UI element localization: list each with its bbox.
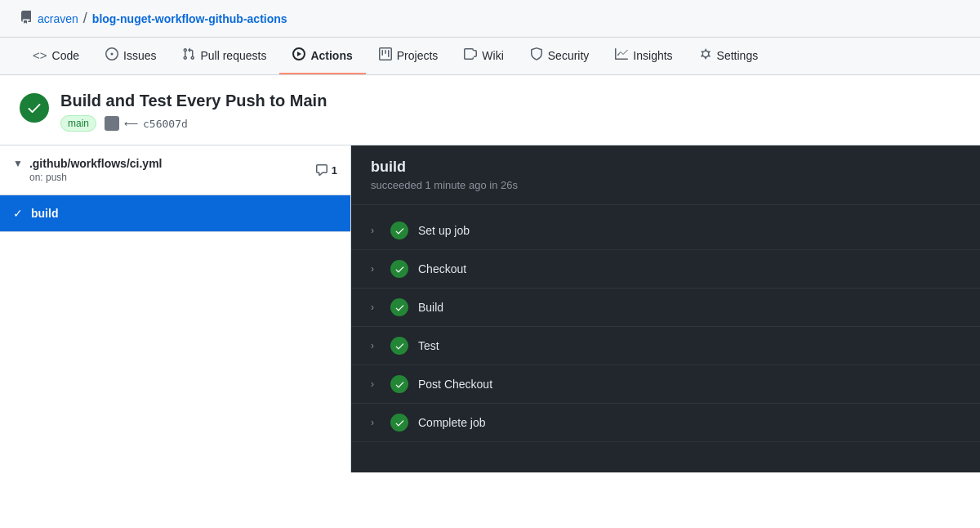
step-item-test[interactable]: › Test: [351, 327, 980, 365]
step-name: Post Checkout: [418, 378, 492, 391]
job-detail-panel: build succeeded 1 minute ago in 26s › Se…: [351, 145, 980, 472]
comment-count: 1: [332, 164, 337, 177]
chevron-down-icon: ▼: [13, 158, 23, 169]
step-chevron-icon: ›: [371, 225, 381, 236]
tab-wiki-label: Wiki: [482, 49, 503, 62]
actions-icon: [292, 47, 305, 63]
step-item-post-checkout[interactable]: › Post Checkout: [351, 365, 980, 404]
tab-projects[interactable]: Projects: [366, 38, 452, 74]
issues-icon: [105, 47, 118, 63]
branch-tag[interactable]: main: [60, 115, 96, 132]
job-success-icon: ✓: [13, 207, 23, 220]
step-chevron-icon: ›: [371, 417, 381, 428]
workflow-file-header: ▼ .github/workflows/ci.yml on: push 1: [0, 145, 350, 195]
tab-issues-label: Issues: [123, 49, 156, 62]
settings-icon: [699, 47, 712, 63]
commit-avatar: [105, 116, 119, 131]
step-name: Test: [418, 339, 439, 352]
step-name: Build: [418, 301, 443, 314]
job-name: build: [31, 207, 58, 220]
tab-settings[interactable]: Settings: [686, 38, 772, 74]
security-icon: [530, 47, 543, 63]
workflow-trigger: on: push: [29, 172, 162, 183]
commit-arrow: ⟵: [124, 118, 138, 129]
step-name: Set up job: [418, 224, 470, 237]
step-success-icon: [390, 414, 408, 432]
main-layout: ▼ .github/workflows/ci.yml on: push 1 ✓ …: [0, 145, 980, 472]
tab-pull-requests-label: Pull requests: [200, 49, 266, 62]
projects-icon: [379, 47, 392, 63]
step-success-icon: [390, 260, 408, 278]
tab-projects-label: Projects: [397, 49, 439, 62]
step-item-complete-job[interactable]: › Complete job: [351, 404, 980, 442]
step-item-checkout[interactable]: › Checkout: [351, 250, 980, 289]
breadcrumb-separator: /: [83, 10, 87, 27]
workflow-file-toggle[interactable]: ▼ .github/workflows/ci.yml: [13, 157, 162, 170]
job-detail-subtitle: succeeded 1 minute ago in 26s: [371, 179, 960, 191]
workflow-title: Build and Test Every Push to Main: [60, 92, 327, 110]
workflow-meta: main ⟵ c56007d: [60, 115, 327, 132]
code-icon: <>: [33, 48, 47, 62]
tab-wiki[interactable]: Wiki: [451, 38, 516, 74]
tab-insights[interactable]: Insights: [602, 38, 685, 74]
tab-actions-label: Actions: [310, 49, 352, 62]
tab-settings-label: Settings: [717, 49, 759, 62]
tab-code[interactable]: <> Code: [20, 38, 92, 74]
job-detail-title: build: [371, 159, 960, 176]
tab-insights-label: Insights: [633, 49, 672, 62]
step-chevron-icon: ›: [371, 340, 381, 351]
step-chevron-icon: ›: [371, 302, 381, 313]
step-success-icon: [390, 221, 408, 239]
tab-security-label: Security: [548, 49, 590, 62]
step-name: Complete job: [418, 416, 486, 429]
tab-pull-requests[interactable]: Pull requests: [169, 38, 279, 74]
workflow-info: Build and Test Every Push to Main main ⟵…: [60, 92, 327, 132]
org-name-link[interactable]: acraven: [38, 12, 78, 25]
workflow-file-info: ▼ .github/workflows/ci.yml on: push: [13, 157, 162, 183]
repo-name-link[interactable]: blog-nuget-workflow-github-actions: [92, 12, 287, 25]
step-chevron-icon: ›: [371, 263, 381, 275]
tab-code-label: Code: [52, 49, 79, 62]
tab-actions[interactable]: Actions: [279, 38, 365, 74]
tab-security[interactable]: Security: [517, 38, 603, 74]
commit-hash[interactable]: c56007d: [143, 118, 188, 130]
repo-header: acraven / blog-nuget-workflow-github-act…: [0, 0, 980, 38]
step-item-build[interactable]: › Build: [351, 289, 980, 327]
insights-icon: [615, 47, 628, 63]
pull-request-icon: [182, 47, 195, 63]
tab-issues[interactable]: Issues: [92, 38, 169, 74]
job-sidebar: ▼ .github/workflows/ci.yml on: push 1 ✓ …: [0, 145, 351, 472]
step-item-set-up-job[interactable]: › Set up job: [351, 212, 980, 250]
repo-icon: [20, 11, 33, 27]
wiki-icon: [464, 47, 477, 63]
step-success-icon: [390, 337, 408, 355]
step-chevron-icon: ›: [371, 378, 381, 390]
step-list: › Set up job › Checkout › Build: [351, 205, 980, 449]
workflow-file-name: .github/workflows/ci.yml: [29, 157, 163, 170]
workflow-header: Build and Test Every Push to Main main ⟵…: [0, 75, 980, 145]
workflow-status-badge: [20, 93, 49, 123]
commit-info: ⟵ c56007d: [105, 116, 188, 131]
step-success-icon: [390, 298, 408, 316]
step-name: Checkout: [418, 262, 466, 275]
job-detail-header: build succeeded 1 minute ago in 26s: [351, 145, 980, 205]
step-success-icon: [390, 375, 408, 393]
nav-tabs: <> Code Issues Pull requests Actions Pro…: [0, 38, 980, 75]
comment-badge[interactable]: 1: [315, 163, 337, 177]
job-item-build[interactable]: ✓ build: [0, 195, 350, 232]
